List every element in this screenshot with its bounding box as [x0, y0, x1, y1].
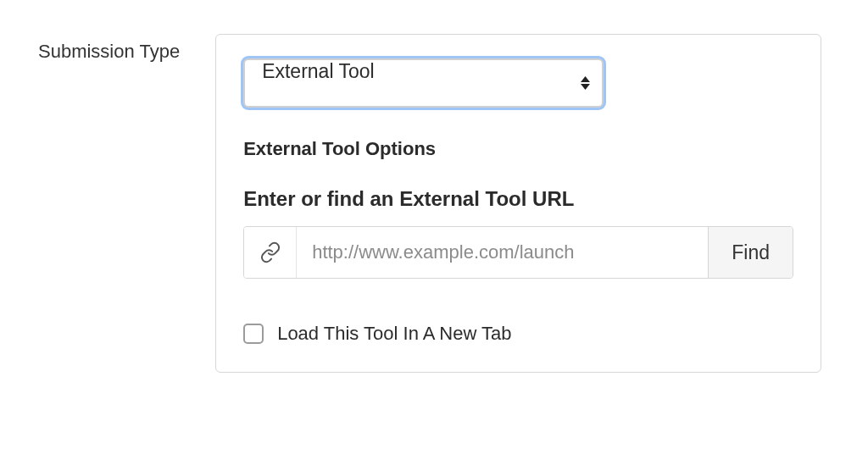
- new-tab-checkbox-label[interactable]: Load This Tool In A New Tab: [277, 323, 511, 345]
- external-tool-url-heading: Enter or find an External Tool URL: [243, 187, 793, 211]
- find-button[interactable]: Find: [708, 227, 793, 278]
- submission-options-panel: External Tool External Tool Options Ente…: [215, 34, 821, 373]
- new-tab-checkbox[interactable]: [243, 324, 264, 344]
- submission-type-select[interactable]: External Tool: [243, 58, 604, 108]
- submission-type-label: Submission Type: [38, 34, 180, 63]
- external-tool-options-heading: External Tool Options: [243, 138, 793, 160]
- external-tool-url-input[interactable]: [297, 227, 708, 278]
- external-tool-url-group: Find: [243, 226, 793, 279]
- link-icon: [244, 227, 297, 278]
